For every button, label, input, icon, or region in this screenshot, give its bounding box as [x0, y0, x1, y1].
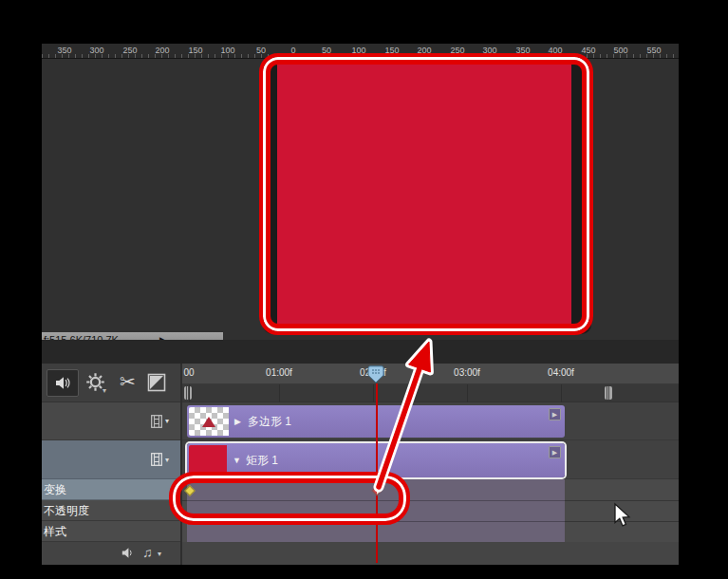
mute-audio-button[interactable] [47, 369, 79, 397]
track-controls-rectangle: ▾ [42, 440, 180, 479]
time-tick [373, 384, 374, 402]
gear-dropdown-icon[interactable]: ▾ [103, 386, 106, 395]
video-track-menu[interactable]: ▾ [151, 453, 169, 466]
timeline-toolbar: ▾ ✂ [42, 364, 180, 402]
audio-track-lane [180, 542, 679, 565]
clip-thumbnail [189, 407, 229, 436]
clip-end-button[interactable]: ▶ [549, 408, 561, 420]
work-area-start-handle[interactable] [184, 386, 192, 400]
time-tick [279, 384, 280, 402]
disclosure-triangle-icon[interactable]: ▶ [234, 417, 241, 426]
polygon-thumbnail-shape [202, 417, 215, 427]
ruler-label: 550 [646, 46, 661, 55]
chevron-down-icon[interactable]: ▾ [158, 550, 161, 558]
video-track-polygon: ▶ 多边形 1 ▶ [180, 402, 679, 440]
chevron-down-icon: ▾ [165, 456, 169, 464]
transition-icon[interactable] [147, 373, 166, 392]
timeline-panel: ▾ ✂ ▾ [42, 364, 679, 565]
time-tick [189, 384, 190, 402]
ruler-label: 350 [57, 46, 71, 55]
column-divider [180, 364, 182, 565]
work-area-end-handle[interactable] [605, 386, 612, 400]
time-ruler-label: 04:00f [548, 367, 574, 378]
ruler-label: 200 [155, 46, 169, 55]
scissors-icon[interactable]: ✂ [120, 370, 136, 393]
time-tick [467, 384, 468, 402]
ruler-label: 300 [89, 46, 103, 55]
photoshop-window: 3503002502001501005005010015020025030035… [0, 0, 728, 579]
property-row-transform[interactable]: 变换 [42, 479, 180, 500]
annotation-keyframe-highlight [169, 472, 410, 525]
audio-track-controls: ♫ ▾ [42, 542, 180, 565]
timeline-time-ruler[interactable]: 0001:00f02:00f03:00f04:00f [180, 364, 679, 384]
disclosure-triangle-icon[interactable]: ▼ [233, 456, 241, 465]
property-row-style[interactable]: 样式 [42, 521, 180, 542]
clip-end-button[interactable]: ▶ [549, 446, 561, 458]
filmstrip-icon [151, 453, 162, 466]
time-ruler-label: 00 [183, 367, 194, 378]
property-row-opacity[interactable]: 不透明度 [42, 500, 180, 521]
ruler-label: 250 [122, 46, 137, 55]
panel-gap [42, 340, 679, 364]
ruler-label: 450 [581, 46, 595, 55]
ruler-label: 100 [220, 46, 234, 55]
chevron-down-icon: ▾ [165, 417, 169, 425]
ruler-label: 50 [256, 46, 266, 55]
filmstrip-icon [151, 415, 162, 428]
time-ruler-label: 03:00f [454, 367, 480, 378]
video-track-menu[interactable]: ▾ [151, 415, 169, 428]
speaker-icon [55, 376, 71, 390]
track-controls-polygon: ▾ [42, 402, 180, 440]
ruler-label: 500 [613, 46, 627, 55]
annotation-canvas-highlight [259, 53, 593, 335]
clip-label: 多边形 1 [248, 414, 291, 430]
time-ruler-label: 01:00f [266, 367, 292, 378]
time-tick [561, 384, 562, 402]
clip-label: 矩形 1 [246, 453, 278, 469]
music-note-icon[interactable]: ♫ [142, 545, 153, 560]
ruler-label: 150 [188, 46, 202, 55]
playhead-marker[interactable] [367, 365, 384, 383]
work-area-bar [180, 384, 679, 402]
speaker-icon[interactable] [121, 547, 135, 559]
timeline-left-column: ▾ ✂ ▾ [42, 364, 180, 565]
